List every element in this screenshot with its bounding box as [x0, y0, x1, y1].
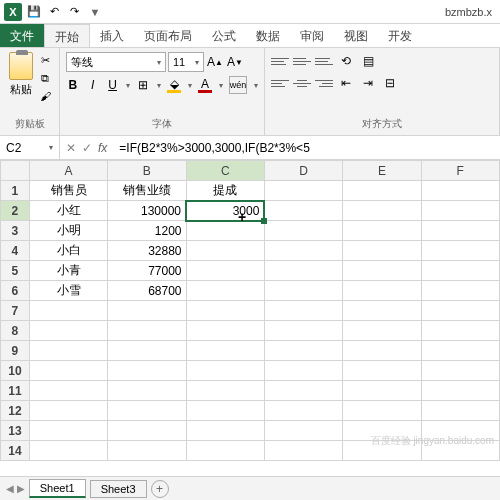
cell-D5[interactable] [264, 261, 342, 281]
select-all-corner[interactable] [1, 161, 30, 181]
qat-dropdown-icon[interactable]: ▼ [87, 4, 103, 20]
cell-F13[interactable] [421, 421, 499, 441]
cancel-icon[interactable]: ✕ [66, 141, 76, 155]
cell-E11[interactable] [343, 381, 421, 401]
align-bottom-icon[interactable] [315, 53, 333, 69]
cell-E14[interactable] [343, 441, 421, 461]
font-size-select[interactable]: 11 ▾ [168, 52, 204, 72]
cell-E10[interactable] [343, 361, 421, 381]
row-header-9[interactable]: 9 [1, 341, 30, 361]
cell-F9[interactable] [421, 341, 499, 361]
cell-C6[interactable] [186, 281, 264, 301]
cell-E6[interactable] [343, 281, 421, 301]
cell-A7[interactable] [29, 301, 107, 321]
cell-C11[interactable] [186, 381, 264, 401]
cell-B12[interactable] [108, 401, 186, 421]
row-header-10[interactable]: 10 [1, 361, 30, 381]
align-right-icon[interactable] [315, 75, 333, 91]
font-color-button[interactable]: A [198, 77, 212, 93]
cell-B3[interactable]: 1200 [108, 221, 186, 241]
cell-D1[interactable] [264, 181, 342, 201]
cell-F14[interactable] [421, 441, 499, 461]
cell-C8[interactable] [186, 321, 264, 341]
formula-input[interactable]: =IF(B2*3%>3000,3000,IF(B2*3%<5 [113, 141, 500, 155]
cell-B13[interactable] [108, 421, 186, 441]
cell-D10[interactable] [264, 361, 342, 381]
cell-A5[interactable]: 小青 [29, 261, 107, 281]
merge-cells-icon[interactable]: ⊟ [381, 74, 399, 92]
cell-C14[interactable] [186, 441, 264, 461]
cell-E13[interactable] [343, 421, 421, 441]
cell-F4[interactable] [421, 241, 499, 261]
cell-A4[interactable]: 小白 [29, 241, 107, 261]
cell-E4[interactable] [343, 241, 421, 261]
cell-E2[interactable] [343, 201, 421, 221]
decrease-indent-icon[interactable]: ⇤ [337, 74, 355, 92]
cell-A2[interactable]: 小红 [29, 201, 107, 221]
cell-A6[interactable]: 小雪 [29, 281, 107, 301]
cell-F11[interactable] [421, 381, 499, 401]
cell-B8[interactable] [108, 321, 186, 341]
tab-developer[interactable]: 开发 [378, 24, 422, 47]
chevron-down-icon[interactable]: ▾ [126, 81, 130, 90]
phonetic-button[interactable]: wén [229, 76, 247, 94]
column-header-C[interactable]: C [186, 161, 264, 181]
orientation-icon[interactable]: ⟲ [337, 52, 355, 70]
column-header-E[interactable]: E [343, 161, 421, 181]
row-header-4[interactable]: 4 [1, 241, 30, 261]
cell-F10[interactable] [421, 361, 499, 381]
cell-E3[interactable] [343, 221, 421, 241]
underline-button[interactable]: U [106, 76, 120, 94]
tab-home[interactable]: 开始 [44, 24, 90, 47]
cell-E7[interactable] [343, 301, 421, 321]
cell-A11[interactable] [29, 381, 107, 401]
cell-E5[interactable] [343, 261, 421, 281]
sheet-tab-sheet1[interactable]: Sheet1 [29, 479, 86, 498]
cell-A14[interactable] [29, 441, 107, 461]
wrap-text-icon[interactable]: ▤ [359, 52, 377, 70]
chevron-down-icon[interactable]: ▾ [188, 81, 192, 90]
cell-E9[interactable] [343, 341, 421, 361]
cell-B2[interactable]: 130000 [108, 201, 186, 221]
cell-B6[interactable]: 68700 [108, 281, 186, 301]
chevron-down-icon[interactable]: ▾ [254, 81, 258, 90]
cell-F3[interactable] [421, 221, 499, 241]
cell-D8[interactable] [264, 321, 342, 341]
cell-C2[interactable]: 3000 [186, 201, 264, 221]
row-header-7[interactable]: 7 [1, 301, 30, 321]
cell-C4[interactable] [186, 241, 264, 261]
align-center-icon[interactable] [293, 75, 311, 91]
cell-E1[interactable] [343, 181, 421, 201]
cell-D9[interactable] [264, 341, 342, 361]
font-name-select[interactable]: 等线 ▾ [66, 52, 166, 72]
name-box[interactable]: C2 ▾ [0, 136, 60, 159]
italic-button[interactable]: I [86, 76, 100, 94]
cell-A10[interactable] [29, 361, 107, 381]
cell-D11[interactable] [264, 381, 342, 401]
tab-view[interactable]: 视图 [334, 24, 378, 47]
cell-D7[interactable] [264, 301, 342, 321]
increase-indent-icon[interactable]: ⇥ [359, 74, 377, 92]
increase-font-icon[interactable]: A▲ [206, 53, 224, 71]
redo-icon[interactable]: ↷ [66, 4, 82, 20]
cell-C10[interactable] [186, 361, 264, 381]
cell-B4[interactable]: 32880 [108, 241, 186, 261]
fill-color-button[interactable]: ⬙ [167, 77, 181, 93]
row-header-5[interactable]: 5 [1, 261, 30, 281]
cell-B10[interactable] [108, 361, 186, 381]
row-header-12[interactable]: 12 [1, 401, 30, 421]
cell-F2[interactable] [421, 201, 499, 221]
cell-E8[interactable] [343, 321, 421, 341]
tab-formula[interactable]: 公式 [202, 24, 246, 47]
cell-A1[interactable]: 销售员 [29, 181, 107, 201]
cell-B1[interactable]: 销售业绩 [108, 181, 186, 201]
cell-B9[interactable] [108, 341, 186, 361]
format-painter-icon[interactable]: 🖌 [37, 88, 53, 104]
tab-page-layout[interactable]: 页面布局 [134, 24, 202, 47]
cell-A3[interactable]: 小明 [29, 221, 107, 241]
cell-D12[interactable] [264, 401, 342, 421]
cell-C3[interactable] [186, 221, 264, 241]
cell-D3[interactable] [264, 221, 342, 241]
column-header-F[interactable]: F [421, 161, 499, 181]
chevron-down-icon[interactable]: ▾ [219, 81, 223, 90]
